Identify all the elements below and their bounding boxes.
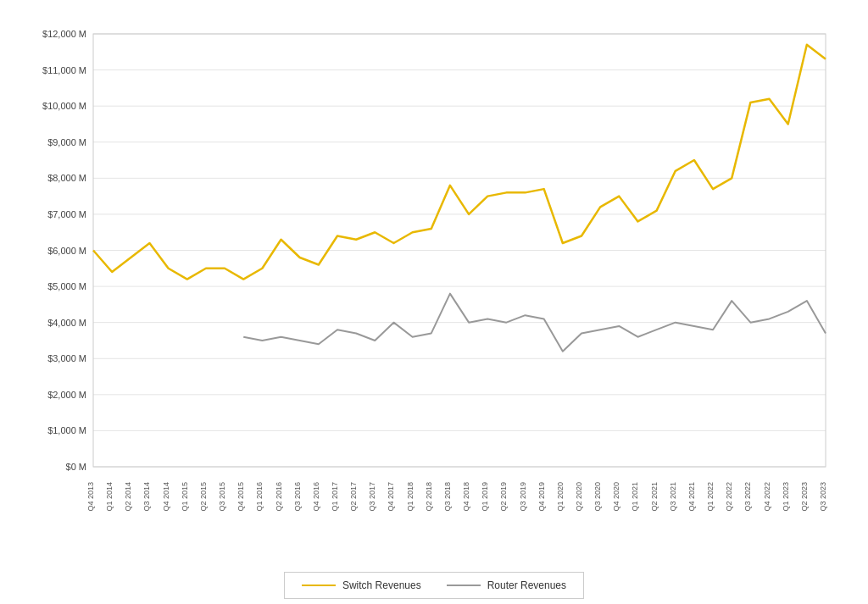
svg-text:Q2 2021: Q2 2021 bbox=[650, 482, 659, 512]
svg-text:Q4 2020: Q4 2020 bbox=[612, 482, 620, 512]
svg-text:Q2 2023: Q2 2023 bbox=[800, 482, 809, 512]
svg-text:Q3 2020: Q3 2020 bbox=[593, 482, 602, 512]
svg-text:Q2 2017: Q2 2017 bbox=[349, 482, 358, 512]
svg-text:$7,000 M: $7,000 M bbox=[47, 209, 86, 219]
svg-text:$0 M: $0 M bbox=[66, 462, 86, 472]
svg-text:$1,000 M: $1,000 M bbox=[47, 425, 86, 435]
svg-text:Q3 2022: Q3 2022 bbox=[743, 482, 752, 512]
svg-text:Q4 2016: Q4 2016 bbox=[312, 482, 320, 512]
switch-legend-label: Switch Revenues bbox=[342, 579, 421, 591]
svg-text:Q4 2013: Q4 2013 bbox=[86, 482, 95, 512]
svg-text:Q3 2021: Q3 2021 bbox=[669, 482, 677, 512]
svg-text:$11,000 M: $11,000 M bbox=[42, 65, 86, 75]
svg-text:Q1 2016: Q1 2016 bbox=[255, 482, 264, 512]
svg-text:Q4 2014: Q4 2014 bbox=[162, 482, 170, 512]
svg-text:Q3 2023: Q3 2023 bbox=[819, 482, 827, 512]
svg-text:Q4 2018: Q4 2018 bbox=[462, 482, 470, 512]
svg-text:Q1 2022: Q1 2022 bbox=[706, 482, 715, 512]
router-legend-label: Router Revenues bbox=[487, 579, 566, 591]
svg-text:Q4 2022: Q4 2022 bbox=[763, 482, 771, 512]
svg-text:Q1 2020: Q1 2020 bbox=[556, 482, 565, 512]
svg-text:$6,000 M: $6,000 M bbox=[47, 246, 86, 256]
svg-text:Q3 2019: Q3 2019 bbox=[519, 482, 527, 512]
svg-text:Q3 2014: Q3 2014 bbox=[142, 482, 151, 512]
chart-area: $0 M$1,000 M$2,000 M$3,000 M$4,000 M$5,0… bbox=[17, 17, 851, 563]
router-legend-item: Router Revenues bbox=[447, 579, 566, 591]
svg-text:Q1 2021: Q1 2021 bbox=[631, 482, 639, 512]
svg-text:Q3 2016: Q3 2016 bbox=[293, 482, 302, 512]
svg-text:Q2 2015: Q2 2015 bbox=[199, 482, 208, 512]
svg-text:Q1 2017: Q1 2017 bbox=[331, 482, 339, 512]
chart-container: $0 M$1,000 M$2,000 M$3,000 M$4,000 M$5,0… bbox=[0, 0, 868, 604]
svg-text:$9,000 M: $9,000 M bbox=[47, 137, 86, 147]
switch-legend-item: Switch Revenues bbox=[302, 579, 421, 591]
svg-text:$10,000 M: $10,000 M bbox=[42, 101, 86, 111]
svg-text:Q2 2018: Q2 2018 bbox=[425, 482, 433, 512]
svg-rect-0 bbox=[17, 17, 851, 560]
chart-legend: Switch Revenues Router Revenues bbox=[284, 572, 584, 599]
svg-text:$5,000 M: $5,000 M bbox=[47, 281, 86, 291]
svg-text:Q1 2015: Q1 2015 bbox=[181, 482, 189, 512]
svg-text:Q2 2016: Q2 2016 bbox=[275, 482, 283, 512]
svg-text:Q1 2018: Q1 2018 bbox=[406, 482, 415, 512]
router-legend-line bbox=[447, 585, 481, 586]
svg-text:Q2 2019: Q2 2019 bbox=[499, 482, 508, 512]
svg-text:Q4 2019: Q4 2019 bbox=[537, 482, 546, 512]
switch-legend-line bbox=[302, 585, 336, 586]
svg-text:Q3 2017: Q3 2017 bbox=[368, 482, 376, 512]
svg-text:$2,000 M: $2,000 M bbox=[47, 390, 86, 400]
svg-text:$4,000 M: $4,000 M bbox=[47, 318, 86, 328]
svg-text:$12,000 M: $12,000 M bbox=[42, 29, 86, 39]
svg-text:Q3 2015: Q3 2015 bbox=[218, 482, 226, 512]
svg-text:Q1 2014: Q1 2014 bbox=[105, 482, 114, 512]
svg-text:Q2 2014: Q2 2014 bbox=[124, 482, 132, 512]
svg-text:Q2 2020: Q2 2020 bbox=[575, 482, 583, 512]
svg-text:Q4 2017: Q4 2017 bbox=[387, 482, 395, 512]
svg-text:Q1 2023: Q1 2023 bbox=[782, 482, 790, 512]
svg-text:Q4 2021: Q4 2021 bbox=[687, 482, 696, 512]
svg-text:$8,000 M: $8,000 M bbox=[47, 173, 86, 183]
svg-text:Q3 2018: Q3 2018 bbox=[443, 482, 452, 512]
svg-text:Q2 2022: Q2 2022 bbox=[725, 482, 733, 512]
svg-text:Q4 2015: Q4 2015 bbox=[236, 482, 245, 512]
svg-text:$3,000 M: $3,000 M bbox=[47, 353, 86, 363]
svg-text:Q1 2019: Q1 2019 bbox=[481, 482, 489, 512]
